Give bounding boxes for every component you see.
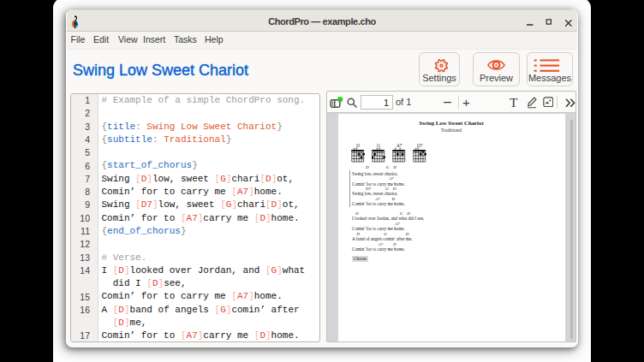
svg-text:D: D <box>355 143 360 148</box>
svg-text:D7: D7 <box>415 143 422 148</box>
svg-text:G: G <box>377 143 380 148</box>
svg-text:A7: A7 <box>395 143 401 148</box>
